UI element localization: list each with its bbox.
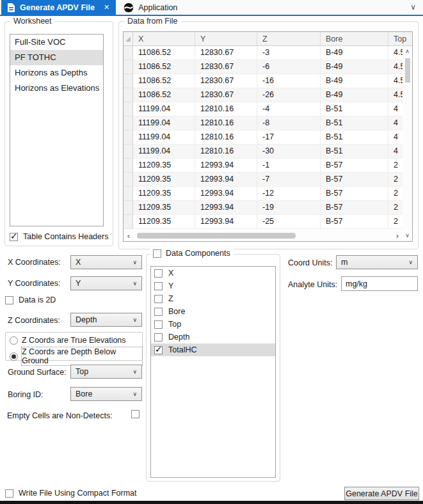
component-checkbox[interactable] xyxy=(154,333,163,342)
row-header-cell[interactable] xyxy=(124,145,133,159)
row-header-cell[interactable] xyxy=(124,60,133,74)
column-header-z[interactable]: Z xyxy=(257,32,321,45)
table-cell: B-51 xyxy=(321,116,388,130)
vertical-scrollbar[interactable]: ∧ xyxy=(403,47,412,230)
coord-units-label: Coord Units: xyxy=(288,258,332,267)
ground-surface-dropdown[interactable]: Top ∨ xyxy=(70,365,142,379)
horizontal-scrollbar-track[interactable] xyxy=(134,230,392,241)
component-checkbox[interactable] xyxy=(154,346,163,354)
table-row[interactable]: 11209.3512993.94-25B-572 xyxy=(124,215,403,229)
component-label: Depth xyxy=(168,333,189,342)
table-cell: -3 xyxy=(257,46,321,60)
table-row[interactable]: 11086.5212830.67-3B-494.5 xyxy=(124,46,403,60)
generate-apdv-file-button[interactable]: Generate APDV File xyxy=(344,487,419,500)
horizontal-scrollbar[interactable]: ‹ › xyxy=(124,230,403,241)
component-item[interactable]: Bore xyxy=(151,305,275,318)
component-item[interactable]: Depth xyxy=(151,331,275,343)
table-row[interactable]: 11086.5212830.67-16B-494.5 xyxy=(124,74,403,88)
row-header-cell[interactable] xyxy=(124,187,133,201)
table-contains-headers-checkbox[interactable] xyxy=(10,233,18,241)
component-checkbox[interactable] xyxy=(154,320,163,329)
table-cell: 11199.04 xyxy=(133,102,195,116)
data-components-group: Data Components XYZBoreTopDepthTotalHC xyxy=(146,254,280,482)
component-checkbox[interactable] xyxy=(154,282,163,290)
column-header-bore[interactable]: Bore xyxy=(321,32,388,45)
component-checkbox[interactable] xyxy=(154,269,163,278)
table-cell: B-57 xyxy=(321,159,388,173)
table-row[interactable]: 11086.5212830.67-6B-494.5 xyxy=(124,60,403,74)
row-header-cell[interactable] xyxy=(124,116,133,130)
radio-icon[interactable] xyxy=(10,336,18,345)
z-coordinates-dropdown[interactable]: Depth ∨ xyxy=(70,313,142,327)
table-row[interactable]: 11199.0412810.16-4B-514 xyxy=(124,102,403,116)
scroll-right-icon[interactable]: › xyxy=(392,231,403,240)
horizontal-scrollbar-thumb[interactable] xyxy=(137,233,296,239)
component-checkbox[interactable] xyxy=(154,308,163,316)
table-row[interactable]: 11209.3512993.94-19B-572 xyxy=(124,201,403,215)
table-cell: 2 xyxy=(388,187,403,201)
z-coords-radio-group: Z Coords are True Elevations Z Coords ar… xyxy=(5,332,143,361)
z-true-elevations-option[interactable]: Z Coords are True Elevations xyxy=(10,336,126,345)
worksheet-list[interactable]: Full-Site VOCPF TOTHCHorizons as DepthsH… xyxy=(10,34,104,226)
row-header-cell[interactable] xyxy=(124,173,133,187)
component-item[interactable]: Z xyxy=(151,292,275,305)
data-components-list[interactable]: XYZBoreTopDepthTotalHC xyxy=(150,266,276,478)
table-row[interactable]: 11199.0412810.16-30B-514 xyxy=(124,145,403,159)
row-header-cell[interactable] xyxy=(124,46,133,60)
component-item[interactable]: Y xyxy=(151,280,275,292)
table-cell: 11086.52 xyxy=(133,46,195,60)
scroll-left-icon[interactable]: ‹ xyxy=(124,231,134,240)
data-is-2d-checkbox[interactable] xyxy=(5,296,13,304)
worksheet-item[interactable]: Full-Site VOC xyxy=(10,35,103,50)
worksheet-item[interactable]: Horizons as Depths xyxy=(10,65,103,81)
table-cell: -30 xyxy=(257,145,321,159)
z-depth-below-ground-option[interactable]: Z Coords are Depth Below Ground xyxy=(10,347,142,365)
coord-units-dropdown[interactable]: m ∨ xyxy=(336,255,418,269)
row-header-cell[interactable] xyxy=(124,159,133,173)
component-item[interactable]: X xyxy=(151,267,275,280)
table-cell: B-57 xyxy=(321,201,388,215)
row-header-cell[interactable] xyxy=(124,74,133,88)
select-all-cell[interactable] xyxy=(124,32,133,45)
row-header-cell[interactable] xyxy=(124,102,133,116)
component-label: TotalHC xyxy=(168,345,196,354)
table-row[interactable]: 11209.3512993.94-7B-572 xyxy=(124,173,403,187)
tab-generate-apdv-file[interactable]: Generate APDV File ✕ xyxy=(1,0,116,15)
component-item[interactable]: TotalHC xyxy=(151,343,275,356)
table-row[interactable]: 11199.0412810.16-17B-514 xyxy=(124,130,403,145)
analyte-units-input[interactable] xyxy=(341,276,418,291)
close-icon[interactable]: ✕ xyxy=(104,3,109,12)
column-header-x[interactable]: X xyxy=(133,32,195,45)
table-row[interactable]: 11209.3512993.94-1B-572 xyxy=(124,159,403,173)
column-header-top[interactable]: Top xyxy=(388,32,412,45)
boring-id-dropdown[interactable]: Bore ∨ xyxy=(70,387,142,401)
compact-format-checkbox[interactable] xyxy=(5,489,13,498)
data-components-checkbox[interactable] xyxy=(153,249,161,258)
scroll-down-icon[interactable]: ∨ xyxy=(403,230,412,241)
table-row[interactable]: 11086.5212830.67-26B-494.5 xyxy=(124,88,403,102)
table-cell: B-51 xyxy=(321,102,388,116)
table-cell: 12993.94 xyxy=(195,187,257,201)
row-header-cell[interactable] xyxy=(124,88,133,102)
row-header-cell[interactable] xyxy=(124,215,133,229)
x-coordinates-dropdown[interactable]: X ∨ xyxy=(70,255,142,269)
table-cell: -19 xyxy=(257,201,321,215)
row-header-cell[interactable] xyxy=(124,130,133,145)
component-checkbox[interactable] xyxy=(154,295,163,303)
worksheet-item[interactable]: PF TOTHC xyxy=(10,50,103,65)
vertical-scrollbar-thumb[interactable] xyxy=(405,58,410,83)
table-cell: 4.5 xyxy=(388,46,403,60)
row-header-cell[interactable] xyxy=(124,201,133,215)
scroll-up-icon[interactable]: ∧ xyxy=(403,47,412,57)
data-from-file-group-title: Data from File xyxy=(124,17,181,26)
radio-icon[interactable] xyxy=(10,352,18,361)
y-coordinates-dropdown[interactable]: Y ∨ xyxy=(70,276,142,290)
empty-cells-checkbox[interactable] xyxy=(131,410,140,418)
tab-application[interactable]: Application xyxy=(116,0,185,15)
column-header-y[interactable]: Y xyxy=(195,32,257,45)
tab-overflow-chevron-icon[interactable]: ∨ xyxy=(410,3,416,12)
component-item[interactable]: Top xyxy=(151,318,275,331)
worksheet-item[interactable]: Horizons as Elevations xyxy=(10,81,103,96)
table-row[interactable]: 11209.3512993.94-12B-572 xyxy=(124,187,403,201)
table-row[interactable]: 11199.0412810.16-8B-514 xyxy=(124,116,403,130)
